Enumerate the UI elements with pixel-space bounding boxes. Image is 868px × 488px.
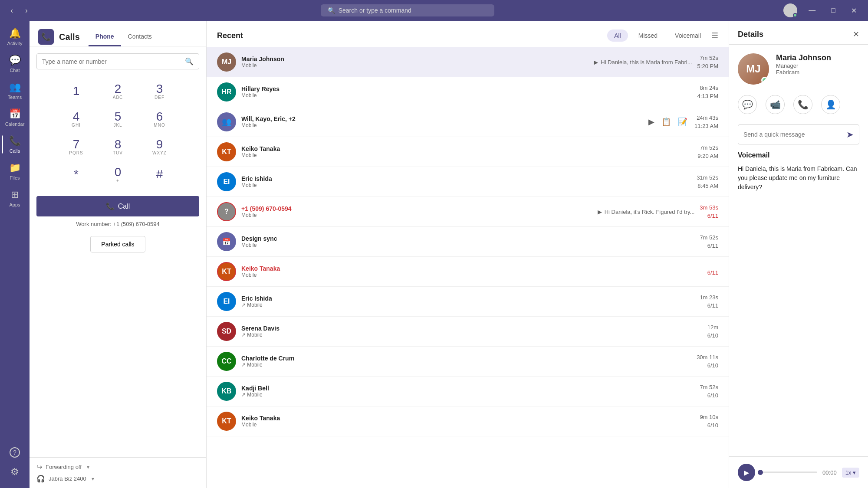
call-type: Mobile <box>241 92 464 98</box>
calendar-icon: 📅 <box>9 108 21 120</box>
details-close-button[interactable]: ✕ <box>853 29 859 39</box>
maximize-button[interactable]: □ <box>827 5 840 16</box>
video-action-button[interactable]: 📹 <box>766 95 785 114</box>
call-time: 6/11 <box>707 242 718 249</box>
sidebar-item-help[interactable]: ? <box>2 444 28 461</box>
call-item[interactable]: MJ Maria Johnson Mobile ▶ Hi Daniela, th… <box>207 47 729 77</box>
user-avatar[interactable] <box>783 3 797 17</box>
nav-back-button[interactable]: ‹ <box>7 4 16 17</box>
forwarding-dropdown-icon: ▾ <box>87 464 89 470</box>
tab-contacts[interactable]: Contacts <box>121 28 159 46</box>
sidebar-item-calls[interactable]: 📞 Calls <box>2 132 28 157</box>
speed-button[interactable]: 1x ▾ <box>842 468 859 478</box>
sidebar-item-activity[interactable]: 🔔 Activity <box>2 24 28 49</box>
forwarding-status[interactable]: ↪ Forwarding off ▾ <box>36 463 199 471</box>
titlebar: ‹ › 🔍 Search or type a command — □ ✕ <box>0 0 868 21</box>
profile-action-button[interactable]: 👤 <box>821 95 840 114</box>
call-info: Eric Ishida ↗ Mobile <box>241 295 465 308</box>
call-item[interactable]: SD Serena Davis ↗ Mobile 12m 6/10 <box>207 317 729 347</box>
chat-action-button[interactable]: 💬 <box>738 95 757 114</box>
sidebar-item-label: Calls <box>10 148 20 154</box>
sidebar-item-teams[interactable]: 👥 Teams <box>2 78 28 103</box>
dialpad-key-7[interactable]: 7PQRS <box>57 134 95 160</box>
call-action-button[interactable]: 📞 <box>793 95 812 114</box>
dialpad-row-2: 4GHI 5JKL 6MNO <box>57 106 179 132</box>
call-name: Eric Ishida <box>241 175 464 182</box>
dialpad-key-3[interactable]: 3DEF <box>141 78 179 104</box>
call-info: Serena Davis ↗ Mobile <box>241 325 469 338</box>
filter-voicemail-button[interactable]: Voicemail <box>668 29 708 42</box>
device-label: Jabra Biz 2400 <box>49 475 86 482</box>
call-name: Eric Ishida <box>241 295 465 302</box>
sidebar-item-calendar[interactable]: 📅 Calendar <box>2 105 28 130</box>
dialpad-key-9[interactable]: 9WXYZ <box>141 134 179 160</box>
call-duration: 8m 24s <box>700 85 718 91</box>
quick-message-input[interactable] <box>743 131 843 138</box>
voicemail-label: Voicemail <box>738 151 859 159</box>
call-item[interactable]: HR Hillary Reyes Mobile 8m 24s 4:13 PM <box>207 77 729 107</box>
call-item[interactable]: 👥 Will, Kayo, Eric, +2 Mobile ▶ 📋 📝 24m … <box>207 107 729 137</box>
recent-filters: All Missed Voicemail ☰ <box>607 29 718 42</box>
call-button[interactable]: 📞 Call <box>36 196 199 216</box>
calls-icon: 📞 <box>9 135 21 147</box>
search-box[interactable]: 🔍 <box>36 53 199 69</box>
avatar: CC <box>217 352 236 371</box>
sidebar-item-chat[interactable]: 💬 Chat <box>2 51 28 76</box>
call-item[interactable]: EI Eric Ishida Mobile 31m 52s 8:45 AM <box>207 167 729 197</box>
dialpad-key-4[interactable]: 4GHI <box>57 106 95 132</box>
progress-bar[interactable] <box>760 472 817 473</box>
sidebar: 🔔 Activity 💬 Chat 👥 Teams 📅 Calendar 📞 C… <box>0 21 30 488</box>
filter-missed-button[interactable]: Missed <box>631 29 664 42</box>
notes-action-icon[interactable]: 📝 <box>676 115 689 128</box>
dialpad-key-star[interactable]: * <box>57 161 95 187</box>
dialpad-key-2[interactable]: 2ABC <box>99 78 137 104</box>
sidebar-item-apps[interactable]: ⊞ Apps <box>2 186 28 211</box>
filter-menu-button[interactable]: ☰ <box>711 31 718 40</box>
details-panel: Details ✕ MJ Maria Johnson Manager Fabri… <box>729 21 868 488</box>
call-item[interactable]: EI Eric Ishida ↗ Mobile 1m 23s 6/11 <box>207 287 729 317</box>
call-name: Keiko Tanaka <box>241 265 469 272</box>
call-item[interactable]: ? +1 (509) 670-0594 Mobile ▶ Hi Daniela,… <box>207 197 729 227</box>
work-number-label: Work number: <box>76 221 111 227</box>
call-item[interactable]: CC Charlotte de Crum ↗ Mobile 30m 11s 6/… <box>207 347 729 377</box>
call-duration: 31m 52s <box>697 174 718 181</box>
transcript-action-icon[interactable]: 📋 <box>660 115 673 128</box>
search-input[interactable] <box>42 58 181 65</box>
filter-all-button[interactable]: All <box>607 29 628 42</box>
dialpad-key-6[interactable]: 6MNO <box>141 106 179 132</box>
search-bar[interactable]: 🔍 Search or type a command <box>321 4 494 16</box>
call-item[interactable]: KT Keiko Tanaka Mobile 7m 52s 9:20 AM <box>207 137 729 167</box>
sidebar-item-label: Apps <box>9 202 20 207</box>
dialpad-key-hash[interactable]: # <box>141 161 179 187</box>
video-action-icon[interactable]: ▶ <box>647 115 656 128</box>
call-name: Charlotte de Crum <box>241 355 464 362</box>
close-button[interactable]: ✕ <box>847 5 861 16</box>
dialpad-key-5[interactable]: 5JKL <box>99 106 137 132</box>
device-status[interactable]: 🎧 Jabra Biz 2400 ▾ <box>36 475 199 483</box>
minimize-button[interactable]: — <box>804 5 820 16</box>
sidebar-item-files[interactable]: 📁 Files <box>2 159 28 184</box>
call-item[interactable]: KB Kadji Bell ↗ Mobile 7m 52s 6/10 <box>207 377 729 406</box>
nav-forward-button[interactable]: › <box>22 4 31 17</box>
call-item[interactable]: KT Keiko Tanaka Mobile 6/11 <box>207 257 729 287</box>
send-button[interactable]: ➤ <box>846 129 854 140</box>
avatar: KT <box>217 412 236 431</box>
dialpad-key-8[interactable]: 8TUV <box>99 134 137 160</box>
play-button[interactable]: ▶ <box>738 464 755 481</box>
dialpad-key-0[interactable]: 0+ <box>99 161 137 187</box>
search-icon: 🔍 <box>185 57 194 66</box>
quick-message-box[interactable]: ➤ <box>738 124 859 144</box>
calls-body: 🔍 1 2ABC 3DEF 4GHI 5JKL 6MNO 7PQRS <box>30 46 206 457</box>
call-name: Kadji Bell <box>241 385 465 392</box>
avatar: SD <box>217 322 236 341</box>
calls-header: 📞 Calls Phone Contacts <box>30 21 206 46</box>
parked-calls-button[interactable]: Parked calls <box>90 236 145 252</box>
sidebar-item-settings[interactable]: ⚙ <box>2 463 28 481</box>
tab-phone[interactable]: Phone <box>89 28 121 46</box>
online-indicator <box>793 13 797 17</box>
dialpad-key-1[interactable]: 1 <box>57 78 95 104</box>
call-item[interactable]: 📅 Design sync Mobile 7m 52s 6/11 <box>207 227 729 257</box>
progress-dot <box>758 470 763 475</box>
call-name: Will, Kayo, Eric, +2 <box>241 115 641 122</box>
call-item[interactable]: KT Keiko Tanaka Mobile 9m 10s 6/10 <box>207 406 729 436</box>
